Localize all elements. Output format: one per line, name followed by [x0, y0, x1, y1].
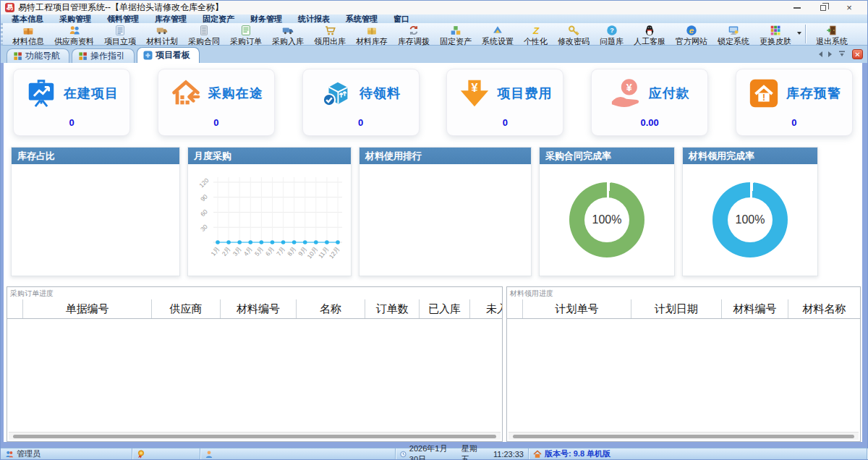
toolbar-button-supplier-info[interactable]: 供应商资料	[49, 23, 99, 45]
column-header-材料编号[interactable]: 材料编号	[221, 299, 297, 318]
column-header-blank[interactable]	[507, 299, 523, 318]
svg-text:10月: 10月	[305, 245, 319, 260]
column-header-计划日期[interactable]: 计划日期	[631, 299, 722, 318]
tab-scroll-left-button[interactable]	[819, 51, 822, 57]
panel-contract-completion: 采购合同完成率 100%	[539, 147, 675, 276]
column-header-已入库[interactable]: 已入库	[420, 299, 470, 318]
panel-material-completion: 材料领用完成率 100%	[682, 147, 818, 276]
minimize-button[interactable]	[792, 3, 802, 13]
toolbar-button-personalization[interactable]: Z个性化	[519, 23, 553, 45]
pending-material-icon	[320, 77, 354, 110]
toolbar-button-label: 领用出库	[314, 37, 346, 46]
stock-transfer-icon	[407, 24, 420, 37]
summary-card-采购在途[interactable]: 采购在途0	[158, 69, 275, 136]
tab-项目看板[interactable]: 项目看板	[137, 47, 200, 63]
toolbar-button-issue-library[interactable]: ?问题库	[595, 23, 629, 45]
panel-title: 材料使用排行	[359, 148, 531, 164]
svg-text:11月: 11月	[316, 245, 330, 260]
tab-scroll-right-button[interactable]	[828, 51, 832, 57]
summary-card-在建项目[interactable]: 在建项目0	[13, 69, 130, 136]
toolbar-button-material-plan[interactable]: 材料计划	[141, 23, 183, 45]
toolbar-button-customer-service[interactable]: 人工客服	[629, 23, 671, 45]
column-header-名称[interactable]: 名称	[297, 299, 365, 318]
column-header-单据编号[interactable]: 单据编号	[23, 299, 152, 318]
material-info-icon	[22, 24, 35, 37]
summary-card-项目费用[interactable]: ¥项目费用0	[446, 69, 563, 136]
dropdown-arrow-icon[interactable]	[797, 32, 801, 35]
toolbar-button-label: 退出系统	[816, 37, 848, 46]
toolbar-button-lock-system[interactable]: 锁定系统	[712, 23, 754, 45]
summary-card-待领料[interactable]: 待领料0	[302, 69, 420, 136]
requisition-outbound-icon	[323, 24, 336, 37]
status-bar: 管理员 2026年1月30日 星期五 11:23:33 版本号: 9.8 单机版	[1, 448, 867, 459]
table-header-row: 计划单号计划日期材料编号材料名称单位	[507, 299, 860, 319]
toolbar-button-stock-transfer[interactable]: 库存调拨	[393, 23, 435, 45]
issue-library-icon: ?	[605, 24, 618, 37]
toolbar-button-change-password[interactable]: 修改密码	[553, 23, 595, 45]
monthly-purchase-line-chart: 1月2月3月4月5月6月7月8月9月10月11月12月306090120	[192, 169, 348, 271]
toolbar-button-requisition-outbound[interactable]: 领用出库	[309, 23, 351, 45]
column-header-订单数[interactable]: 订单数	[365, 299, 420, 318]
window-title: 易特工程项目管理系统--【单据抬头请修改仓库全称】	[18, 1, 224, 14]
column-header-供应商[interactable]: 供应商	[152, 299, 221, 318]
svg-text:?: ?	[610, 27, 614, 34]
toolbar-button-label: 系统设置	[482, 37, 514, 46]
toolbar-button-material-info[interactable]: 材料信息	[7, 23, 49, 45]
column-header-材料名称[interactable]: 材料名称	[788, 299, 860, 318]
toolbar-button-label: 个性化	[524, 37, 548, 46]
toolbar-button-label: 材料信息	[12, 37, 44, 46]
toolbar-button-label: 材料库存	[356, 37, 388, 46]
kanban-tab-icon	[143, 51, 153, 60]
monthly-purchase-chart-area: 1月2月3月4月5月6月7月8月9月10月11月12月306090120	[188, 164, 351, 276]
svg-text:Z: Z	[532, 25, 539, 35]
svg-text:30: 30	[198, 223, 208, 233]
nav-tab-icon	[13, 51, 22, 61]
window-list-icon[interactable]	[838, 50, 846, 59]
panels-row: 库存占比 月度采购 1月2月3月4月5月6月7月8月9月10月11月12月306…	[11, 147, 862, 276]
restore-button[interactable]	[818, 3, 828, 13]
svg-text:e: e	[689, 25, 694, 35]
tab-label: 功能导航	[25, 50, 60, 62]
app-logo-icon: 易	[5, 3, 14, 12]
tab-close-button[interactable]: ✕	[852, 49, 863, 59]
panel-material-usage-rank: 材料使用排行	[359, 147, 532, 276]
toolbar-button-fixed-assets[interactable]: 固定资产	[435, 23, 477, 45]
toolbar-button-system-settings[interactable]: 系统设置	[477, 23, 519, 45]
status-date: 2026年1月30日	[409, 443, 450, 460]
toolbar-button-exit-system[interactable]: 退出系统	[811, 23, 853, 45]
table-body[interactable]	[7, 319, 502, 432]
application-window: 易 易特工程项目管理系统--【单据抬头请修改仓库全称】 × 基本信息采购管理领料…	[0, 0, 868, 460]
summary-card-库存预警[interactable]: !库存预警0	[736, 69, 853, 136]
toolbar-button-label: 项目立项	[104, 37, 136, 46]
tab-操作指引[interactable]: 操作指引	[72, 48, 135, 63]
table-body[interactable]	[507, 319, 860, 432]
svg-text:120: 120	[197, 176, 210, 189]
toolbar-button-project-setup[interactable]: 项目立项	[99, 23, 141, 45]
toolbar-button-purchase-contract[interactable]: 采购合同	[183, 23, 225, 45]
status-datetime-segment: 2026年1月30日 星期五 11:23:33	[396, 448, 529, 459]
column-header-材料编号[interactable]: 材料编号	[722, 299, 788, 318]
close-button[interactable]: ×	[844, 3, 854, 13]
toolbar-button-purchase-order[interactable]: 采购订单	[225, 23, 267, 45]
column-header-未入库[interactable]: 未入库	[470, 299, 502, 318]
toolbar-button-official-website[interactable]: e官方网站	[671, 23, 712, 45]
summary-card-应付款[interactable]: ¥应付款0.00	[591, 69, 708, 136]
toolbar-button-material-stock[interactable]: 材料库存	[351, 23, 393, 45]
toolbar-button-change-skin[interactable]: 更换皮肤	[754, 23, 801, 45]
panel-title: 月度采购	[188, 148, 351, 164]
toolbar-button-purchase-inbound[interactable]: 采购入库	[267, 23, 309, 45]
material-requisition-progress-table: 材料领用进度 计划单号计划日期材料编号材料名称单位	[506, 286, 861, 442]
column-header-blank[interactable]	[7, 299, 23, 318]
change-skin-icon	[769, 24, 782, 37]
column-header-计划单号[interactable]: 计划单号	[523, 299, 631, 318]
nav-tab-icon	[78, 51, 88, 61]
horizontal-scrollbar[interactable]	[509, 432, 859, 440]
panel-title: 采购合同完成率	[540, 148, 674, 164]
clock-icon	[400, 450, 407, 459]
tab-功能导航[interactable]: 功能导航	[7, 48, 69, 63]
toolbar-button-label: 采购合同	[188, 37, 220, 46]
toolbar-button-label: 人工客服	[634, 37, 665, 46]
material-stock-icon	[365, 24, 378, 37]
tab-label: 操作指引	[90, 50, 125, 62]
horizontal-scrollbar[interactable]	[9, 432, 501, 440]
